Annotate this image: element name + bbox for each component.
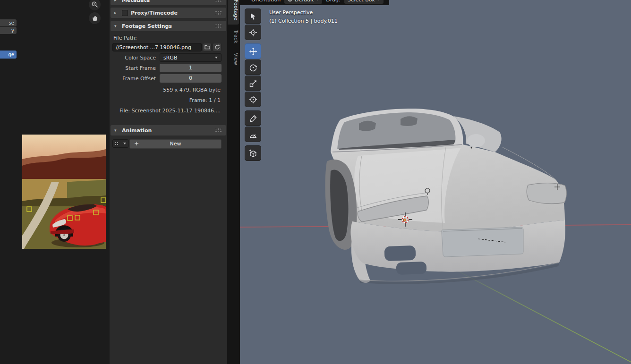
view-perspective-label: User Perspective — [269, 8, 338, 17]
headlight-right — [527, 183, 566, 204]
hand-icon — [91, 15, 98, 22]
start-frame-label: Start Frame — [112, 65, 160, 71]
sidebar-tab-strip: Footage Track View — [227, 0, 240, 364]
footage-size-info: 559 x 479, RGBA byte — [112, 87, 222, 93]
color-space-value: sRGB — [163, 55, 177, 61]
select-box-icon — [249, 12, 257, 21]
panel-header-metadata[interactable]: Metadata — [111, 0, 226, 5]
cursor-icon — [249, 28, 257, 37]
pan-gizmo-button[interactable] — [89, 12, 101, 24]
intake-hole-1 — [384, 245, 416, 261]
viewport-toolbar — [245, 8, 261, 164]
folder-icon — [205, 45, 210, 50]
tool-add-cube-button[interactable] — [245, 145, 261, 161]
panel-title: Proxy/Timecode — [131, 10, 178, 16]
add-cube-icon — [249, 149, 257, 158]
footage-settings-body: File Path: Color Space — [110, 31, 227, 116]
plus-icon: + — [134, 140, 139, 148]
frame-offset-field[interactable]: 0 — [160, 74, 222, 83]
tool-annotate-button[interactable] — [245, 110, 261, 126]
panel-grip-icon[interactable] — [215, 24, 222, 28]
file-path-input[interactable] — [112, 43, 202, 51]
new-action-button[interactable]: + New — [129, 139, 222, 149]
reload-footage-button[interactable] — [213, 43, 222, 51]
zoom-icon — [91, 1, 98, 8]
frame-offset-label: Frame Offset — [112, 76, 160, 82]
panel-header-animation[interactable]: Animation — [111, 125, 226, 135]
footage-file-info: File: Screenshot 2025-11-17 190846.... — [112, 108, 222, 114]
tool-transform-button[interactable] — [245, 92, 261, 107]
start-frame-field[interactable]: 1 — [160, 64, 222, 72]
viewport-overlay-text: User Perspective (1) Collection 5 | body… — [269, 8, 338, 25]
tab-track[interactable]: Track — [228, 25, 239, 48]
footage-frame-info: Frame: 1 / 1 — [112, 97, 222, 103]
panel-grip-icon[interactable] — [215, 128, 222, 133]
edge-button-1[interactable]: se — [0, 19, 17, 26]
proxy-checkbox[interactable] — [122, 10, 128, 16]
transform-icon — [249, 95, 257, 104]
tool-rotate-button[interactable] — [245, 59, 261, 75]
panel-title: Footage Settings — [122, 23, 172, 29]
edge-button-2[interactable]: y — [0, 27, 17, 34]
tab-footage[interactable]: Footage — [228, 0, 239, 25]
scene-canvas — [240, 0, 631, 364]
car-mirror — [467, 134, 485, 147]
action-browse-dropdown[interactable] — [112, 139, 128, 148]
app-window: se y ge — [0, 0, 631, 364]
collapse-caret-icon — [114, 128, 119, 133]
refresh-icon — [214, 44, 220, 50]
vertex-dot — [471, 147, 472, 149]
panel-grip-icon[interactable] — [215, 10, 222, 15]
panel-header-footage-settings[interactable]: Footage Settings — [111, 21, 226, 31]
tool-measure-button[interactable] — [245, 127, 261, 142]
move-icon — [249, 47, 257, 56]
intake-hole-2 — [396, 262, 427, 275]
collapse-caret-icon — [114, 10, 119, 15]
tool-move-button[interactable] — [245, 43, 261, 59]
chevron-down-icon — [215, 57, 218, 59]
tool-select-box-button[interactable] — [245, 8, 261, 24]
panel-grip-icon[interactable] — [215, 0, 222, 2]
measure-icon — [249, 130, 257, 139]
edge-button-3[interactable]: ge — [0, 51, 17, 59]
new-action-label: New — [170, 141, 181, 147]
tool-scale-button[interactable] — [245, 76, 261, 91]
footage-frame — [22, 135, 106, 249]
clip-sidebar: Metadata Proxy/Timecode Footage Settings… — [110, 0, 227, 364]
annotate-pencil-icon — [249, 114, 257, 123]
file-path-label: File Path: — [113, 35, 222, 41]
scale-icon — [249, 79, 257, 88]
object-origin-dot — [403, 219, 406, 221]
chevron-down-icon — [123, 143, 126, 144]
animation-body: + New — [110, 135, 227, 152]
open-file-button[interactable] — [203, 43, 212, 51]
clip-preview-image[interactable] — [22, 135, 106, 249]
tab-view[interactable]: View — [228, 49, 239, 69]
car-model[interactable] — [325, 109, 567, 284]
axis-y-line — [452, 268, 631, 363]
roll-hoop-left — [359, 121, 376, 131]
panel-header-proxy[interactable]: Proxy/Timecode — [111, 8, 226, 18]
color-space-label: Color Space — [112, 55, 160, 61]
color-space-dropdown[interactable]: sRGB — [160, 53, 222, 62]
panel-title: Metadata — [122, 0, 150, 3]
collapse-caret-icon — [114, 24, 119, 28]
rotate-icon — [249, 63, 257, 72]
zoom-gizmo-button[interactable] — [89, 0, 101, 10]
datablock-icon — [115, 142, 119, 145]
tool-cursor-button[interactable] — [245, 25, 261, 40]
clip-editor-region: se y ge — [0, 0, 110, 364]
roll-hoop-right — [401, 116, 418, 126]
collapse-caret-icon — [114, 0, 119, 2]
active-object-label: (1) Collection 5 | body.011 — [269, 17, 338, 25]
center-intake — [442, 227, 523, 257]
viewport-3d[interactable]: Orientation Default Drag: Select Box — [240, 0, 631, 364]
panel-title: Animation — [122, 127, 152, 134]
